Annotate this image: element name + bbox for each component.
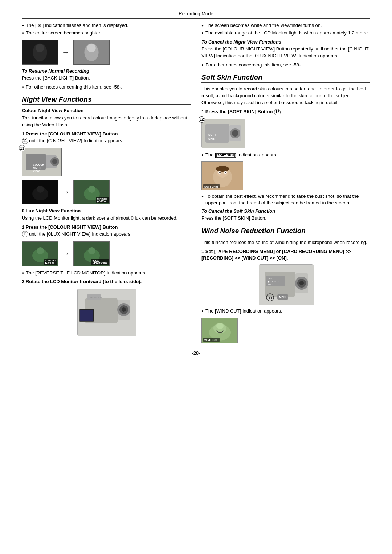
bullet-lcd: The available range of the LCD Monitor l…: [201, 30, 370, 36]
lux-title: 0 Lux Night View Function: [22, 208, 191, 213]
svg-text:SOFT: SOFT: [208, 133, 216, 137]
wind-step1: 1 Set [TAPE RECORDING MENU] or [CARD REC…: [201, 248, 370, 261]
dark-image: [22, 40, 58, 65]
backlight-image-row: →: [22, 40, 191, 65]
night-view-title: Night View Functions: [22, 95, 191, 105]
colour-night-image-row: 11 COLOUR NIGHT VIEW: [22, 148, 191, 176]
svg-point-31: [122, 307, 126, 312]
step-colour-night: 1 Press the [COLOUR NIGHT VIEW] Button 1…: [22, 131, 191, 144]
right-column: The screen becomes white and the Viewfin…: [201, 22, 370, 343]
cancel-soft-title: To Cancel the Soft Skin Function: [201, 208, 370, 214]
colour-night-text: This function allows you to record colou…: [22, 115, 191, 129]
cnight-img-2: C.NIGHT▶ VIEW: [22, 241, 58, 266]
cnight-label-2: C.NIGHT▶ VIEW: [44, 259, 57, 265]
bullet-white: The screen becomes white and the Viewfin…: [201, 22, 370, 29]
soft-skin-cam-img: SOFT SKIN: [201, 119, 245, 148]
svg-point-22: [37, 247, 44, 254]
svg-point-46: [216, 166, 229, 172]
circle-12-area: 12 SOFT SKIN: [201, 119, 245, 148]
step-lux: 1 Press the [COLOUR NIGHT VIEW] Button 1…: [22, 224, 191, 237]
page-number: -28-: [22, 350, 370, 356]
soft-skin-cam-row: 12 SOFT SKIN: [201, 119, 370, 148]
lux-arrow-row: C.NIGHT▶ VIEW → 0LUXNIGHT VIEW: [22, 241, 191, 266]
header-title: Recording Mode: [179, 11, 213, 16]
wind-cut-img: WIND CUT: [201, 318, 238, 343]
svg-text:SKIN: SKIN: [208, 137, 215, 140]
soft-skin-face-img: SOFT SKIN: [201, 161, 243, 190]
cnight-arrow-row: → C.NIGHT▶ VIEW: [22, 180, 191, 204]
olux-img: 0LUXNIGHT VIEW: [73, 241, 110, 266]
svg-point-16: [37, 186, 44, 193]
circle-11-label-area: 11 COLOUR NIGHT VIEW: [22, 148, 62, 176]
content-area: The [☀] Indication flashes and then is d…: [22, 22, 370, 343]
wind-title: Wind Noise Reduction Function: [201, 227, 370, 236]
svg-text:14: 14: [269, 296, 272, 300]
notes-right: For other notes concerning this item, se…: [201, 62, 370, 68]
svg-text:▶: ▶: [268, 281, 270, 283]
page-header: Recording Mode: [22, 11, 370, 19]
soft-skn-badge: SOFT SKN: [216, 153, 235, 158]
olux-label: 0LUXNIGHT VIEW: [91, 259, 109, 265]
arrow-right-3: →: [62, 249, 70, 258]
soft-skin-face-row: SOFT SKIN: [201, 161, 370, 190]
lcd-camera-image: HANDLE: [77, 289, 135, 336]
svg-text:SOFT SKIN: SOFT SKIN: [204, 186, 218, 188]
svg-text:MENU: MENU: [279, 296, 288, 299]
cam-night-img: COLOUR NIGHT VIEW: [22, 148, 62, 176]
soft-skin-indication: The [SOFT SKN] Indication appears.: [201, 152, 370, 158]
cnight-img: C.NIGHT▶ VIEW: [73, 180, 110, 204]
svg-point-25: [88, 247, 95, 254]
top-bullets-left: The [☀] Indication flashes and then is d…: [22, 22, 191, 36]
bullet-flash: The [☀] Indication flashes and then is d…: [22, 22, 191, 29]
arrow-right-1: →: [62, 48, 70, 57]
svg-point-58: [299, 281, 304, 285]
svg-point-10: [52, 159, 57, 164]
svg-point-50: [225, 172, 226, 173]
svg-text:PAGE: PAGE: [268, 284, 274, 286]
step-rotate: 2 Rotate the LCD Monitor frontward (to t…: [22, 278, 191, 285]
svg-point-19: [88, 186, 95, 193]
svg-text:WIND CUT: WIND CUT: [204, 339, 217, 341]
notes-left: For other notes concerning this item, se…: [22, 84, 191, 90]
svg-text:ENTER: ENTER: [272, 281, 280, 283]
cancel-night-title: To Cancel the Night View Functions: [201, 39, 370, 45]
svg-text:VIEW: VIEW: [33, 170, 40, 172]
circle-12-overlay: 12: [199, 116, 205, 123]
lcd-cam-row: HANDLE: [22, 289, 191, 336]
circle-11: 11: [22, 138, 28, 144]
wind-cut-bullet: The [WIND CUT] Indication appears.: [201, 308, 370, 314]
dark-scene-img: [22, 180, 58, 204]
page: Recording Mode The [☀] Indication flashe…: [0, 0, 392, 554]
circle-11-lux: 11: [22, 231, 28, 237]
svg-point-2: [36, 44, 44, 53]
svg-point-5: [87, 44, 96, 53]
lux-text: Using the LCD Monitor light, a dark scen…: [22, 215, 191, 222]
wind-cam-row: STILL ▶ ENTER PAGE 14 MENU: [201, 264, 370, 304]
soft-skin-bullet2: To obtain the best effect, we recommend …: [201, 193, 370, 206]
resume-title: To Resume Normal Recording: [22, 68, 191, 74]
colour-night-title: Colour Night View Function: [22, 108, 191, 113]
arrow-right-2: →: [62, 187, 70, 197]
cancel-night-text: Press the [COLOUR NIGHT VIEW] Button rep…: [201, 46, 370, 60]
soft-skin-title: Soft Skin Function: [201, 73, 370, 83]
svg-point-71: [216, 323, 224, 329]
top-bullets-right: The screen becomes white and the Viewfin…: [201, 22, 370, 36]
svg-text:HANDLE: HANDLE: [90, 296, 102, 299]
cnight-label: C.NIGHT▶ VIEW: [96, 197, 109, 203]
left-column: The [☀] Indication flashes and then is d…: [22, 22, 191, 343]
svg-text:NIGHT: NIGHT: [33, 167, 41, 169]
svg-text:COLOUR: COLOUR: [33, 163, 44, 166]
svg-point-40: [232, 130, 238, 137]
wind-cut-img-row: WIND CUT: [201, 318, 370, 343]
soft-skin-intro: This enables you to record skin colours …: [201, 86, 370, 106]
svg-text:STILL: STILL: [268, 277, 274, 280]
resume-text: Press the [BACK LIGHT] Button.: [22, 75, 191, 82]
svg-point-49: [219, 172, 221, 173]
svg-rect-33: [80, 310, 93, 321]
cancel-soft-text: Press the [SOFT SKIN] Button.: [201, 215, 370, 222]
bright-image: [73, 40, 110, 65]
bullet-bright: The entire screen becomes brighter.: [22, 30, 191, 36]
wind-intro: This function reduces the sound of wind …: [201, 239, 370, 246]
wind-cam-img: STILL ▶ ENTER PAGE 14 MENU: [259, 264, 313, 304]
reverse-bullet: The [REVERSE THE LCD MONITOR] Indication…: [22, 270, 191, 276]
